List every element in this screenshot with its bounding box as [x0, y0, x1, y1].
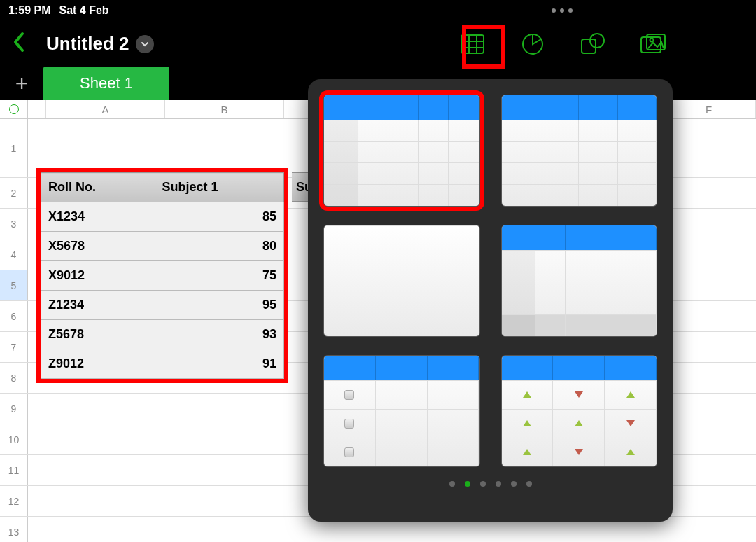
multitask-dots[interactable] — [552, 8, 573, 13]
add-sheet-button[interactable]: + — [0, 67, 43, 100]
row-header[interactable]: 7 — [0, 332, 28, 362]
row-header[interactable]: 9 — [0, 394, 28, 424]
table-row[interactable]: Z123495 — [41, 291, 284, 320]
cell-value[interactable]: 95 — [155, 291, 284, 320]
cell-roll[interactable]: Z5678 — [41, 320, 155, 349]
select-all-cell[interactable] — [0, 100, 28, 118]
status-time: 1:59 PM — [8, 4, 50, 17]
table-row[interactable]: X901275 — [41, 261, 284, 291]
cell-roll[interactable]: X9012 — [41, 261, 155, 291]
pager-dot[interactable] — [465, 481, 470, 487]
row-header[interactable]: 1 — [0, 119, 28, 177]
table-row[interactable]: X567880 — [41, 232, 284, 261]
document-title[interactable]: Untitled 2 — [46, 33, 129, 55]
title-dropdown[interactable] — [136, 35, 154, 53]
col-header-b[interactable]: B — [165, 100, 284, 118]
cell-value[interactable]: 75 — [155, 261, 284, 291]
th-roll[interactable]: Roll No. — [41, 173, 155, 202]
highlight-insert-table — [462, 25, 505, 69]
cell-roll[interactable]: X5678 — [41, 232, 155, 261]
table-row[interactable]: X123485 — [41, 202, 284, 232]
cell-roll[interactable]: Z9012 — [41, 349, 155, 379]
table-style-5[interactable] — [323, 355, 480, 467]
data-table[interactable]: Roll No. Subject 1 X123485X567880X901275… — [41, 172, 284, 379]
cell-value[interactable]: 85 — [155, 202, 284, 232]
app-header: Untitled 2 — [0, 21, 756, 67]
table-style-4[interactable] — [501, 225, 658, 337]
row-header[interactable]: 13 — [0, 517, 28, 542]
insert-chart-icon[interactable] — [519, 31, 546, 57]
col-header-a[interactable]: A — [46, 100, 165, 118]
th-subject[interactable]: Subject 1 — [155, 173, 284, 202]
row-header[interactable]: 2 — [0, 178, 28, 208]
table-style-6[interactable] — [501, 355, 658, 467]
style-pager[interactable] — [323, 481, 657, 487]
row-header[interactable]: 5 — [0, 270, 28, 300]
sheet-tab-active[interactable]: Sheet 1 — [43, 67, 169, 100]
pager-dot[interactable] — [511, 481, 517, 487]
row-header[interactable]: 4 — [0, 239, 28, 270]
insert-media-icon[interactable] — [640, 31, 666, 57]
row-header[interactable]: 3 — [0, 209, 28, 239]
row-header[interactable]: 8 — [0, 363, 28, 393]
table-row[interactable]: Z567893 — [41, 320, 284, 349]
row-header[interactable]: 6 — [0, 301, 28, 331]
table-style-3[interactable] — [323, 225, 480, 337]
svg-point-7 — [590, 34, 604, 48]
cell-value[interactable]: 91 — [155, 349, 284, 379]
partial-header-subject2: Su — [292, 172, 309, 202]
pager-dot[interactable] — [526, 481, 532, 487]
svg-point-10 — [650, 38, 654, 41]
status-bar: 1:59 PM Sat 4 Feb — [0, 0, 756, 21]
cell-roll[interactable]: X1234 — [41, 202, 155, 232]
cell-value[interactable]: 93 — [155, 320, 284, 349]
table-row[interactable]: Z901291 — [41, 349, 284, 379]
row-header[interactable]: 10 — [0, 424, 28, 454]
row-header[interactable]: 12 — [0, 486, 28, 516]
pager-dot[interactable] — [496, 481, 501, 487]
pager-dot[interactable] — [449, 481, 455, 487]
pager-dot[interactable] — [480, 481, 486, 487]
status-date: Sat 4 Feb — [59, 4, 108, 17]
table-styles-popup — [308, 79, 673, 522]
row-header[interactable]: 11 — [0, 455, 28, 485]
cell-value[interactable]: 80 — [155, 232, 284, 261]
back-button[interactable] — [13, 32, 25, 57]
data-table-highlight: Roll No. Subject 1 X123485X567880X901275… — [36, 168, 288, 383]
table-style-1[interactable] — [323, 95, 480, 207]
cell-roll[interactable]: Z1234 — [41, 291, 155, 320]
col-gutter — [28, 100, 46, 118]
col-header-f[interactable]: F — [662, 100, 756, 118]
table-style-2[interactable] — [501, 95, 658, 207]
insert-shape-icon[interactable] — [580, 31, 606, 57]
